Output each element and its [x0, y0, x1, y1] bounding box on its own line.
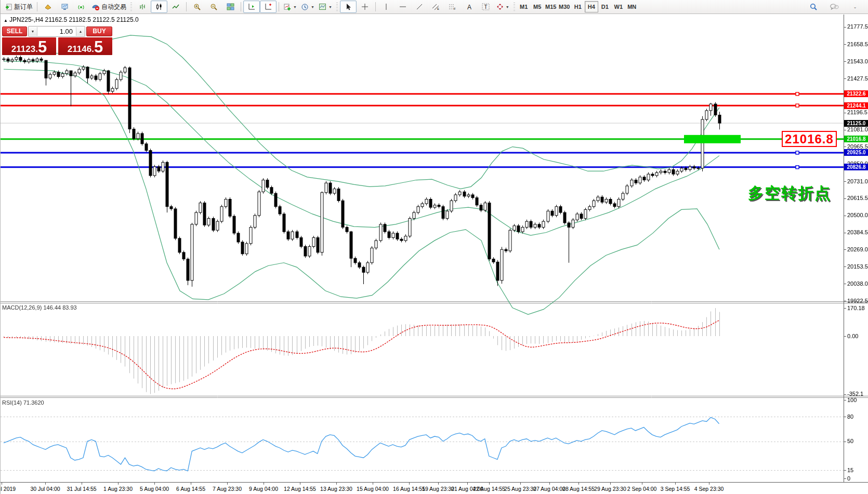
toolbar-items: 新订单自动交易▼▼▼EFAT▼: [3, 1, 517, 13]
bars-icon: [139, 3, 146, 10]
time-axis-tick: [373, 483, 373, 485]
cursor-button[interactable]: [340, 1, 357, 13]
rsi-tick-label: 0: [847, 475, 850, 482]
macd-tick-label: 170.18: [847, 305, 865, 311]
time-axis-tick: [578, 483, 579, 485]
volume-value[interactable]: 1.00: [37, 28, 76, 35]
candlestick-chart-button[interactable]: [151, 1, 167, 13]
line-chart-button[interactable]: [167, 1, 184, 13]
expand-triangle-icon[interactable]: ▲: [4, 18, 8, 23]
timeframe-buttons: M1M5M15M30H1H4D1W1MN: [517, 1, 639, 12]
timeframe-button-d1[interactable]: D1: [598, 1, 612, 12]
time-axis-tick: [610, 483, 611, 485]
time-axis-label: 2 Sep 04:00: [627, 486, 657, 492]
timeframe-button-h1[interactable]: H1: [571, 1, 585, 12]
time-axis-label: 19 Aug 23:30: [422, 486, 454, 492]
equidistant-channel-button[interactable]: E: [428, 1, 444, 13]
vertical-line-button[interactable]: [378, 1, 394, 13]
timeframe-button-h4[interactable]: H4: [585, 1, 598, 12]
time-axis-tick: [438, 483, 439, 485]
horizontal-line-button[interactable]: [394, 1, 411, 13]
linechart-icon: [172, 3, 179, 10]
zoom-in-button[interactable]: [189, 1, 205, 13]
crosshair-button[interactable]: [357, 1, 373, 13]
price-tick-label: 20615.5: [847, 195, 868, 201]
time-axis-tick: [409, 483, 410, 485]
macd-tick-label: 0.00: [847, 333, 858, 339]
shift-icon: [248, 3, 256, 10]
periods-button[interactable]: ▼: [299, 1, 317, 13]
volume-decrease-icon[interactable]: ▼: [29, 27, 37, 36]
toolbar-grip: [336, 3, 338, 11]
fibonacci-button[interactable]: F: [444, 1, 461, 13]
text-button[interactable]: A: [461, 1, 478, 13]
trendline-button[interactable]: [411, 1, 428, 13]
time-axis-tick: [336, 483, 337, 485]
timeframe-button-m15[interactable]: M15: [544, 1, 558, 12]
time-axis-tick: [82, 483, 82, 485]
zoom-out-button[interactable]: [205, 1, 222, 13]
toolbar-overflow-chevron-icon[interactable]: ⌄: [847, 1, 863, 13]
trading-app-window: 新订单自动交易▼▼▼EFAT▼ M1M5M15M30H1H4D1W1MN ⌄ ▲…: [0, 0, 868, 494]
cursor-icon: [345, 3, 352, 11]
macd-tick-label: -352.1: [847, 391, 863, 397]
volume-increase-icon[interactable]: ▲: [76, 27, 85, 36]
toolbar-grip: [130, 3, 132, 11]
toolbar-separator: [186, 2, 187, 11]
rsi-tick-label: 100: [847, 397, 857, 403]
time-axis-label: 27 Aug 04:00: [533, 486, 565, 492]
timeframe-button-m30[interactable]: M30: [558, 1, 571, 12]
signals-button[interactable]: [73, 1, 89, 13]
svg-text:E: E: [437, 7, 439, 10]
timeframe-button-m1[interactable]: M1: [517, 1, 531, 12]
timeframe-button-mn[interactable]: MN: [625, 1, 639, 12]
volume-stepper[interactable]: ▼ 1.00 ▲: [28, 26, 85, 37]
buy-price-panel[interactable]: 21146.5: [58, 37, 112, 55]
price-tick-label: 21658.5: [847, 41, 868, 47]
buy-button[interactable]: BUY: [86, 26, 112, 36]
timeframe-button-m5[interactable]: M5: [531, 1, 544, 12]
tile-windows-button[interactable]: [222, 1, 239, 13]
ticker-button[interactable]: [40, 1, 56, 13]
sell-button[interactable]: SELL: [2, 26, 27, 36]
indicators-icon: [283, 3, 291, 11]
toolbar-separator: [279, 2, 279, 11]
vline-icon: [383, 3, 389, 10]
time-axis-label: 28 Aug 14:55: [562, 486, 595, 492]
price-tick-label: 20384.5: [847, 229, 868, 235]
autoscroll-icon: [265, 3, 272, 10]
time-axis-label: 22 Aug 14:55: [473, 486, 505, 492]
chat-icon[interactable]: [826, 1, 843, 13]
price-tick-label: 20038.0: [847, 281, 868, 287]
auto-scroll-button[interactable]: [260, 1, 277, 13]
level-price-callout[interactable]: 21016.8: [782, 131, 837, 147]
svg-text:F: F: [454, 7, 456, 10]
time-axis-label: 4 Sep 23:30: [694, 486, 724, 492]
timeframe-button-w1[interactable]: W1: [612, 1, 625, 12]
chevron-down-icon: ▼: [311, 5, 314, 9]
price-tick-label: 21196.5: [847, 109, 867, 115]
price-tick-label: 21543.0: [847, 58, 868, 64]
toolbar-separator: [37, 2, 37, 11]
text-label-button[interactable]: T: [478, 1, 494, 13]
auto-trading-button[interactable]: 自动交易: [89, 1, 128, 13]
price-tick-label: 21427.5: [847, 75, 868, 82]
search-icon[interactable]: [805, 1, 822, 13]
time-axis-label: 25 Aug 23:30: [504, 486, 536, 492]
chevron-down-icon: ▼: [506, 5, 509, 9]
time-axis[interactable]: 28 Jul 201930 Jul 04:0031 Jul 14:551 Aug…: [1, 482, 868, 494]
toolbar-right-icons: ⌄: [805, 1, 866, 13]
chart-canvas[interactable]: [1, 15, 868, 482]
sell-price-panel[interactable]: 21123.5: [2, 37, 56, 55]
templates-button[interactable]: ▼: [317, 1, 334, 13]
time-axis-tick: [45, 483, 46, 485]
arrows-button[interactable]: ▼: [494, 1, 511, 13]
time-axis-label: 30 Jul 04:00: [30, 486, 60, 492]
rsi-tick-label: 15: [847, 467, 853, 473]
time-axis-tick: [642, 483, 642, 485]
indicators-button[interactable]: ▼: [281, 1, 299, 13]
new-order-button[interactable]: 新订单: [3, 1, 35, 13]
market-watch-button[interactable]: [56, 1, 73, 13]
bar-chart-button[interactable]: [134, 1, 151, 13]
chart-shift-button[interactable]: [243, 1, 260, 13]
